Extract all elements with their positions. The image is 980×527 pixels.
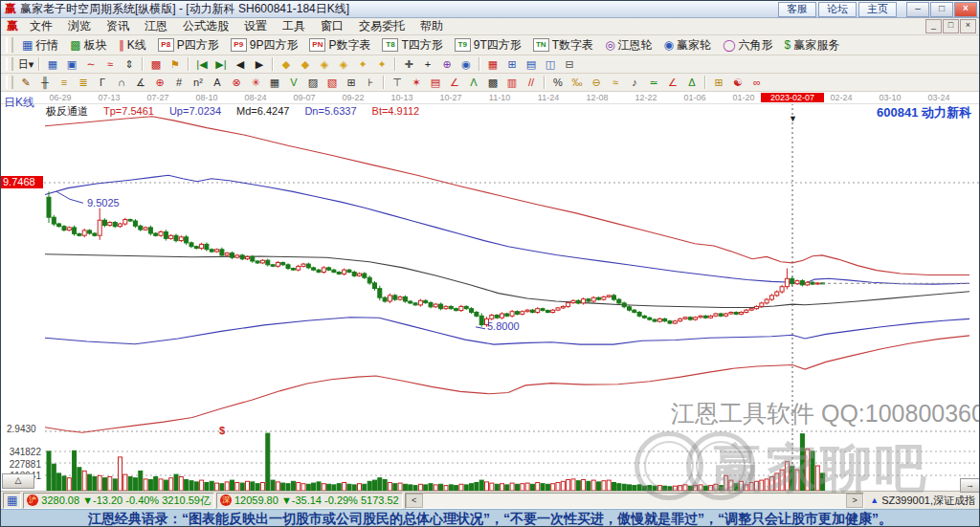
approx-tool[interactable]: ≈: [606, 74, 625, 91]
gann-box-tool[interactable]: ⊞: [709, 74, 728, 91]
fib-levels-tool[interactable]: ≡: [55, 74, 74, 91]
flag-mark-tool[interactable]: ⚑: [166, 55, 185, 73]
print-tool[interactable]: ⊟: [560, 55, 579, 73]
toolbar-button-t-square[interactable]: T8T四方形: [376, 35, 448, 55]
wave-tool-1[interactable]: ∼: [81, 55, 100, 73]
calculator-tool[interactable]: ⊞: [502, 55, 522, 73]
zoom-diamond-3[interactable]: ◈: [315, 55, 334, 73]
circle-cross-tool[interactable]: ⊗: [227, 74, 246, 91]
v-mark-tool[interactable]: V: [284, 74, 303, 91]
period-selector[interactable]: 日▾: [16, 55, 35, 73]
toolbar-button-sectors[interactable]: ▩板块: [64, 35, 112, 55]
arc-tool[interactable]: ∩: [112, 74, 131, 91]
toolbar-button-p-table[interactable]: PNP数字表: [303, 35, 376, 55]
a-slope-tool[interactable]: A: [208, 74, 227, 91]
menu-item[interactable]: 江恩: [137, 17, 175, 35]
menu-item[interactable]: 浏览: [60, 17, 99, 35]
menu-item[interactable]: 设置: [236, 17, 275, 35]
compass-tool[interactable]: ⊕: [150, 74, 169, 91]
angle-tool[interactable]: ∡: [131, 74, 150, 91]
permille-tool[interactable]: ‰: [568, 74, 587, 91]
hash-grid-tool[interactable]: #: [169, 74, 189, 91]
titlebar-button-support[interactable]: 客服: [778, 2, 816, 17]
toolbar-button-gann-wheel[interactable]: ◎江恩轮: [599, 35, 657, 55]
n-square-tool[interactable]: n²: [189, 74, 208, 91]
similar-tool[interactable]: ≃: [644, 74, 663, 91]
panel-expand-button[interactable]: △: [2, 473, 34, 489]
grid-2-tool[interactable]: ▩: [483, 74, 502, 91]
next-bar-button[interactable]: ▶: [250, 55, 269, 73]
infinity-tool[interactable]: ∞: [747, 74, 767, 91]
titlebar-button-home[interactable]: 主页: [858, 2, 897, 17]
toolbar-button-winner-service[interactable]: $赢家服务: [779, 35, 846, 55]
menu-item[interactable]: 工具: [275, 17, 313, 35]
market-view-button[interactable]: ▦: [3, 493, 21, 509]
mdi-minimize-button[interactable]: _: [925, 19, 942, 33]
zoom-diamond-6[interactable]: ✦: [372, 55, 391, 73]
crosshair-tool[interactable]: +: [418, 55, 437, 73]
gann-grid-tool[interactable]: ╫: [35, 74, 55, 91]
chart-scroll-right-button[interactable]: →: [960, 478, 980, 493]
toolbar-button-p-square[interactable]: P8P四方形: [152, 35, 225, 55]
notes-tool[interactable]: ▤: [522, 55, 541, 73]
calendar-tool[interactable]: ▦: [483, 55, 502, 73]
maximize-button[interactable]: □: [930, 2, 953, 17]
t-top-tool[interactable]: ⊤: [388, 74, 407, 91]
circle-minus-tool[interactable]: ⊖: [587, 74, 606, 91]
angle-red-tool[interactable]: ∠: [445, 74, 464, 91]
toolbar-button-hexagon[interactable]: ◯六角形: [717, 35, 778, 55]
mdi-close-button[interactable]: ×: [960, 19, 976, 33]
last-bar-button[interactable]: ▶|: [212, 55, 231, 73]
chart-panel[interactable]: ▼ 06-2907-1307-2708-1008-2409-0709-2210-…: [1, 92, 980, 491]
kline-mark-tool[interactable]: ▩: [146, 55, 166, 73]
pencil-tool[interactable]: ✎: [16, 74, 35, 91]
zoom-diamond-5[interactable]: ✦: [353, 55, 372, 73]
taiji-icon[interactable]: ☯: [728, 74, 747, 91]
menu-item[interactable]: 交易委托: [351, 17, 412, 35]
toolbar-button-kline[interactable]: ∥K线: [113, 35, 152, 55]
music-note-tool[interactable]: ♪: [625, 74, 644, 91]
titlebar-button-forum[interactable]: 论坛: [818, 2, 857, 17]
plus-grid-tool[interactable]: ⊞: [342, 74, 361, 91]
shenzhen-index-panel[interactable]: 深 12059.80 ▼-35.14 -0.29% 5173.52: [216, 493, 403, 509]
mdi-restore-button[interactable]: □: [943, 19, 959, 33]
zoom-diamond-4[interactable]: ◈: [334, 55, 353, 73]
scroll-left-arrow[interactable]: <: [406, 494, 423, 508]
zoom-diamond-2[interactable]: ◆: [296, 55, 315, 73]
candlestick-chart-canvas[interactable]: ▼: [1, 92, 980, 491]
shade-box-tool[interactable]: ▨: [303, 74, 323, 91]
ray-burst-tool[interactable]: ✶: [407, 74, 426, 91]
toolbar-button-winner-wheel[interactable]: ◉赢家轮: [658, 35, 717, 55]
asterisk-tool[interactable]: ✳: [246, 74, 265, 91]
toolbar-button-quotes[interactable]: ▦行情: [16, 35, 64, 55]
hatch-box-tool[interactable]: ▧: [323, 74, 342, 91]
grid-box-tool[interactable]: ▦: [265, 74, 284, 91]
toolbar-button-9t-square[interactable]: T99T四方形: [449, 35, 527, 55]
delta-tool[interactable]: Δ: [682, 74, 702, 91]
gamma-line-tool[interactable]: Γ: [93, 74, 112, 91]
menu-item[interactable]: 帮助: [412, 17, 451, 35]
first-bar-button[interactable]: |◀: [192, 55, 212, 73]
close-button[interactable]: ×: [954, 2, 977, 17]
shanghai-index-panel[interactable]: 沪 3280.08 ▼-13.20 -0.40% 3210.59亿: [23, 493, 214, 509]
minimize-button[interactable]: –: [906, 2, 929, 17]
stamp-tool[interactable]: ◉: [457, 55, 476, 73]
fib-levels-2-tool[interactable]: ≣: [74, 74, 93, 91]
t-bar-tool[interactable]: ⊦: [361, 74, 380, 91]
lambda-tool[interactable]: Λ: [464, 74, 483, 91]
expand-vertical-tool[interactable]: ⇕: [120, 55, 139, 73]
skew-lines-tool[interactable]: //: [522, 74, 541, 91]
toolbar-button-9p-square[interactable]: P99P四方形: [225, 35, 304, 55]
percent-tool[interactable]: %: [548, 74, 568, 91]
zoom-diamond-1[interactable]: ◆: [277, 55, 296, 73]
wave-tool-2[interactable]: ≈: [100, 55, 120, 73]
chart-window-tool[interactable]: ▦: [43, 55, 62, 73]
menu-item[interactable]: 窗口: [313, 17, 351, 35]
cols-red-tool[interactable]: ▥: [502, 74, 522, 91]
prev-bar-button[interactable]: ◀: [231, 55, 250, 73]
menu-item[interactable]: 资讯: [99, 17, 137, 35]
hand-tool[interactable]: ✚: [399, 55, 418, 73]
measure-tool[interactable]: ⊕: [437, 55, 457, 73]
info-panel-tool[interactable]: ▣: [62, 55, 81, 73]
menu-item[interactable]: 文件: [22, 17, 60, 35]
